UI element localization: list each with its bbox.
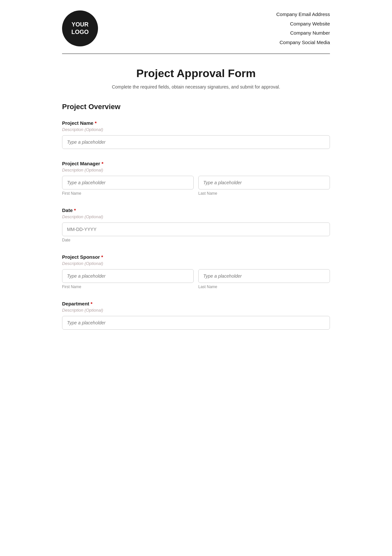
input-wrapper-date: Date	[62, 222, 330, 242]
sub-label-manager-last: Last Name	[198, 191, 330, 196]
field-group-project-name: Project Name * Description (Optional)	[62, 120, 330, 149]
field-group-department: Department * Description (Optional)	[62, 301, 330, 330]
label-project-name: Project Name *	[62, 120, 330, 126]
sub-label-sponsor-first: First Name	[62, 285, 194, 289]
company-logo: YOUR LOGO	[62, 10, 98, 46]
input-wrapper-sponsor-first: First Name	[62, 269, 194, 289]
input-sponsor-last-name[interactable]	[198, 269, 330, 283]
field-group-project-manager: Project Manager * Description (Optional)…	[62, 161, 330, 196]
sub-label-sponsor-last: Last Name	[198, 285, 330, 289]
sub-label-date: Date	[62, 238, 330, 242]
label-project-sponsor: Project Sponsor *	[62, 254, 330, 260]
input-row-department	[62, 316, 330, 330]
logo-line1: YOUR	[72, 21, 89, 28]
required-star-project-name: *	[95, 120, 97, 126]
input-wrapper-manager-last: Last Name	[198, 176, 330, 196]
input-wrapper-sponsor-last: Last Name	[198, 269, 330, 289]
field-group-project-sponsor: Project Sponsor * Description (Optional)…	[62, 254, 330, 289]
input-project-name[interactable]	[62, 135, 330, 149]
page-header: YOUR LOGO Company Email Address Company …	[49, 0, 343, 54]
desc-project-manager: Description (Optional)	[62, 168, 330, 172]
company-info: Company Email Address Company Website Co…	[276, 10, 330, 47]
input-department[interactable]	[62, 316, 330, 330]
desc-department: Description (Optional)	[62, 308, 330, 313]
required-star-project-manager: *	[102, 161, 104, 166]
form-content: Project Approval Form Complete the requi…	[49, 54, 343, 361]
input-date[interactable]	[62, 222, 330, 236]
desc-project-sponsor: Description (Optional)	[62, 261, 330, 266]
input-row-project-name	[62, 135, 330, 149]
desc-date: Description (Optional)	[62, 214, 330, 219]
label-date: Date *	[62, 207, 330, 213]
company-email: Company Email Address	[276, 10, 330, 19]
required-star-date: *	[74, 207, 76, 213]
label-department: Department *	[62, 301, 330, 306]
input-row-date: Date	[62, 222, 330, 242]
logo-line2: LOGO	[72, 28, 89, 36]
form-title: Project Approval Form	[62, 67, 330, 80]
desc-project-name: Description (Optional)	[62, 127, 330, 132]
input-manager-last-name[interactable]	[198, 176, 330, 189]
input-manager-first-name[interactable]	[62, 176, 194, 189]
label-project-manager: Project Manager *	[62, 161, 330, 166]
input-wrapper-project-name	[62, 135, 330, 149]
input-row-project-manager: First Name Last Name	[62, 176, 330, 196]
required-star-project-sponsor: *	[101, 254, 103, 260]
input-sponsor-first-name[interactable]	[62, 269, 194, 283]
company-number: Company Number	[276, 28, 330, 38]
input-wrapper-manager-first: First Name	[62, 176, 194, 196]
sub-label-manager-first: First Name	[62, 191, 194, 196]
required-star-department: *	[90, 301, 92, 306]
input-row-project-sponsor: First Name Last Name	[62, 269, 330, 289]
field-group-date: Date * Description (Optional) Date	[62, 207, 330, 242]
company-social: Company Social Media	[276, 38, 330, 47]
section-title-project-overview: Project Overview	[62, 103, 330, 111]
input-wrapper-department	[62, 316, 330, 330]
company-website: Company Website	[276, 19, 330, 29]
form-subtitle: Complete the required fields, obtain nec…	[62, 84, 330, 90]
